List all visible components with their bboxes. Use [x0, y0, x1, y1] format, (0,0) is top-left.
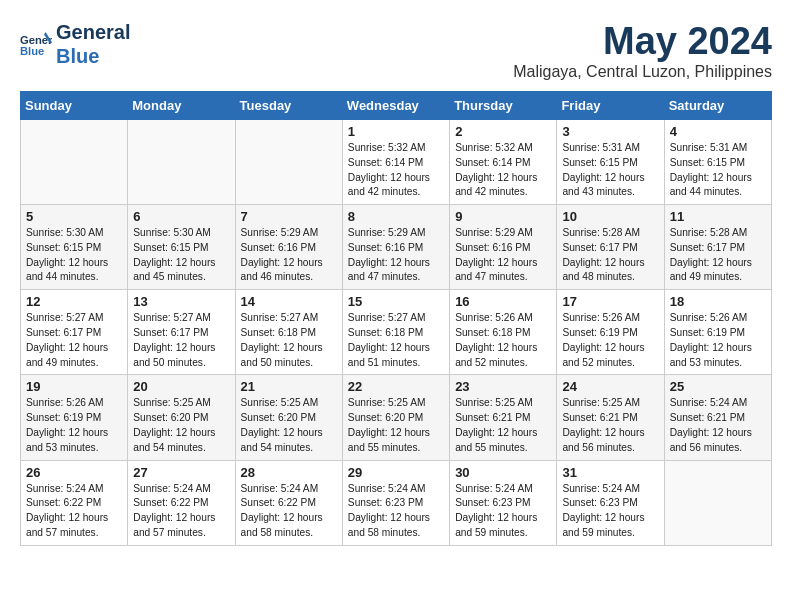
day-info: Sunrise: 5:31 AM Sunset: 6:15 PM Dayligh… [670, 141, 766, 200]
week-row-5: 26Sunrise: 5:24 AM Sunset: 6:22 PM Dayli… [21, 460, 772, 545]
day-number: 25 [670, 379, 766, 394]
day-cell: 14Sunrise: 5:27 AM Sunset: 6:18 PM Dayli… [235, 290, 342, 375]
page-header: General Blue General Blue May 2024 Malig… [20, 20, 772, 81]
day-number: 29 [348, 465, 444, 480]
week-row-3: 12Sunrise: 5:27 AM Sunset: 6:17 PM Dayli… [21, 290, 772, 375]
day-info: Sunrise: 5:30 AM Sunset: 6:15 PM Dayligh… [26, 226, 122, 285]
day-cell: 31Sunrise: 5:24 AM Sunset: 6:23 PM Dayli… [557, 460, 664, 545]
day-number: 17 [562, 294, 658, 309]
day-cell: 15Sunrise: 5:27 AM Sunset: 6:18 PM Dayli… [342, 290, 449, 375]
day-number: 1 [348, 124, 444, 139]
title-block: May 2024 Maligaya, Central Luzon, Philip… [513, 20, 772, 81]
day-info: Sunrise: 5:25 AM Sunset: 6:20 PM Dayligh… [348, 396, 444, 455]
day-number: 6 [133, 209, 229, 224]
col-monday: Monday [128, 92, 235, 120]
day-number: 31 [562, 465, 658, 480]
day-cell: 5Sunrise: 5:30 AM Sunset: 6:15 PM Daylig… [21, 205, 128, 290]
week-row-1: 1Sunrise: 5:32 AM Sunset: 6:14 PM Daylig… [21, 120, 772, 205]
header-row: SundayMondayTuesdayWednesdayThursdayFrid… [21, 92, 772, 120]
day-cell: 3Sunrise: 5:31 AM Sunset: 6:15 PM Daylig… [557, 120, 664, 205]
col-saturday: Saturday [664, 92, 771, 120]
day-cell [235, 120, 342, 205]
day-info: Sunrise: 5:24 AM Sunset: 6:22 PM Dayligh… [26, 482, 122, 541]
day-info: Sunrise: 5:29 AM Sunset: 6:16 PM Dayligh… [241, 226, 337, 285]
day-cell: 1Sunrise: 5:32 AM Sunset: 6:14 PM Daylig… [342, 120, 449, 205]
day-info: Sunrise: 5:27 AM Sunset: 6:18 PM Dayligh… [241, 311, 337, 370]
day-info: Sunrise: 5:25 AM Sunset: 6:20 PM Dayligh… [241, 396, 337, 455]
day-info: Sunrise: 5:30 AM Sunset: 6:15 PM Dayligh… [133, 226, 229, 285]
day-cell: 27Sunrise: 5:24 AM Sunset: 6:22 PM Dayli… [128, 460, 235, 545]
day-info: Sunrise: 5:24 AM Sunset: 6:23 PM Dayligh… [348, 482, 444, 541]
col-wednesday: Wednesday [342, 92, 449, 120]
day-number: 4 [670, 124, 766, 139]
day-number: 16 [455, 294, 551, 309]
day-cell [21, 120, 128, 205]
day-info: Sunrise: 5:25 AM Sunset: 6:20 PM Dayligh… [133, 396, 229, 455]
day-info: Sunrise: 5:27 AM Sunset: 6:17 PM Dayligh… [133, 311, 229, 370]
col-friday: Friday [557, 92, 664, 120]
day-number: 10 [562, 209, 658, 224]
day-cell: 11Sunrise: 5:28 AM Sunset: 6:17 PM Dayli… [664, 205, 771, 290]
logo-general: General [56, 20, 130, 44]
day-info: Sunrise: 5:27 AM Sunset: 6:17 PM Dayligh… [26, 311, 122, 370]
day-cell: 22Sunrise: 5:25 AM Sunset: 6:20 PM Dayli… [342, 375, 449, 460]
day-info: Sunrise: 5:24 AM Sunset: 6:22 PM Dayligh… [133, 482, 229, 541]
day-number: 18 [670, 294, 766, 309]
day-number: 20 [133, 379, 229, 394]
day-number: 30 [455, 465, 551, 480]
day-cell: 21Sunrise: 5:25 AM Sunset: 6:20 PM Dayli… [235, 375, 342, 460]
day-info: Sunrise: 5:25 AM Sunset: 6:21 PM Dayligh… [562, 396, 658, 455]
day-cell: 4Sunrise: 5:31 AM Sunset: 6:15 PM Daylig… [664, 120, 771, 205]
day-number: 19 [26, 379, 122, 394]
day-cell: 7Sunrise: 5:29 AM Sunset: 6:16 PM Daylig… [235, 205, 342, 290]
day-cell: 26Sunrise: 5:24 AM Sunset: 6:22 PM Dayli… [21, 460, 128, 545]
month-title: May 2024 [513, 20, 772, 63]
day-number: 7 [241, 209, 337, 224]
day-info: Sunrise: 5:26 AM Sunset: 6:18 PM Dayligh… [455, 311, 551, 370]
location: Maligaya, Central Luzon, Philippines [513, 63, 772, 81]
day-number: 28 [241, 465, 337, 480]
day-cell: 18Sunrise: 5:26 AM Sunset: 6:19 PM Dayli… [664, 290, 771, 375]
day-number: 24 [562, 379, 658, 394]
day-cell: 20Sunrise: 5:25 AM Sunset: 6:20 PM Dayli… [128, 375, 235, 460]
day-info: Sunrise: 5:27 AM Sunset: 6:18 PM Dayligh… [348, 311, 444, 370]
day-cell: 2Sunrise: 5:32 AM Sunset: 6:14 PM Daylig… [450, 120, 557, 205]
day-info: Sunrise: 5:26 AM Sunset: 6:19 PM Dayligh… [562, 311, 658, 370]
day-cell: 28Sunrise: 5:24 AM Sunset: 6:22 PM Dayli… [235, 460, 342, 545]
day-info: Sunrise: 5:32 AM Sunset: 6:14 PM Dayligh… [348, 141, 444, 200]
day-cell: 19Sunrise: 5:26 AM Sunset: 6:19 PM Dayli… [21, 375, 128, 460]
day-info: Sunrise: 5:26 AM Sunset: 6:19 PM Dayligh… [670, 311, 766, 370]
day-info: Sunrise: 5:31 AM Sunset: 6:15 PM Dayligh… [562, 141, 658, 200]
svg-text:Blue: Blue [20, 45, 44, 57]
logo: General Blue General Blue [20, 20, 130, 68]
calendar-table: SundayMondayTuesdayWednesdayThursdayFrid… [20, 91, 772, 546]
day-cell [128, 120, 235, 205]
day-number: 26 [26, 465, 122, 480]
day-number: 22 [348, 379, 444, 394]
day-info: Sunrise: 5:25 AM Sunset: 6:21 PM Dayligh… [455, 396, 551, 455]
day-number: 11 [670, 209, 766, 224]
day-cell [664, 460, 771, 545]
day-number: 9 [455, 209, 551, 224]
day-number: 27 [133, 465, 229, 480]
day-cell: 30Sunrise: 5:24 AM Sunset: 6:23 PM Dayli… [450, 460, 557, 545]
day-cell: 10Sunrise: 5:28 AM Sunset: 6:17 PM Dayli… [557, 205, 664, 290]
day-cell: 13Sunrise: 5:27 AM Sunset: 6:17 PM Dayli… [128, 290, 235, 375]
day-info: Sunrise: 5:26 AM Sunset: 6:19 PM Dayligh… [26, 396, 122, 455]
day-cell: 29Sunrise: 5:24 AM Sunset: 6:23 PM Dayli… [342, 460, 449, 545]
day-number: 2 [455, 124, 551, 139]
day-cell: 9Sunrise: 5:29 AM Sunset: 6:16 PM Daylig… [450, 205, 557, 290]
day-number: 14 [241, 294, 337, 309]
day-cell: 23Sunrise: 5:25 AM Sunset: 6:21 PM Dayli… [450, 375, 557, 460]
day-cell: 24Sunrise: 5:25 AM Sunset: 6:21 PM Dayli… [557, 375, 664, 460]
day-info: Sunrise: 5:29 AM Sunset: 6:16 PM Dayligh… [348, 226, 444, 285]
week-row-2: 5Sunrise: 5:30 AM Sunset: 6:15 PM Daylig… [21, 205, 772, 290]
logo-icon: General Blue [20, 28, 52, 60]
day-info: Sunrise: 5:29 AM Sunset: 6:16 PM Dayligh… [455, 226, 551, 285]
day-info: Sunrise: 5:24 AM Sunset: 6:23 PM Dayligh… [562, 482, 658, 541]
day-info: Sunrise: 5:24 AM Sunset: 6:21 PM Dayligh… [670, 396, 766, 455]
day-number: 3 [562, 124, 658, 139]
day-cell: 17Sunrise: 5:26 AM Sunset: 6:19 PM Dayli… [557, 290, 664, 375]
day-number: 5 [26, 209, 122, 224]
day-cell: 8Sunrise: 5:29 AM Sunset: 6:16 PM Daylig… [342, 205, 449, 290]
